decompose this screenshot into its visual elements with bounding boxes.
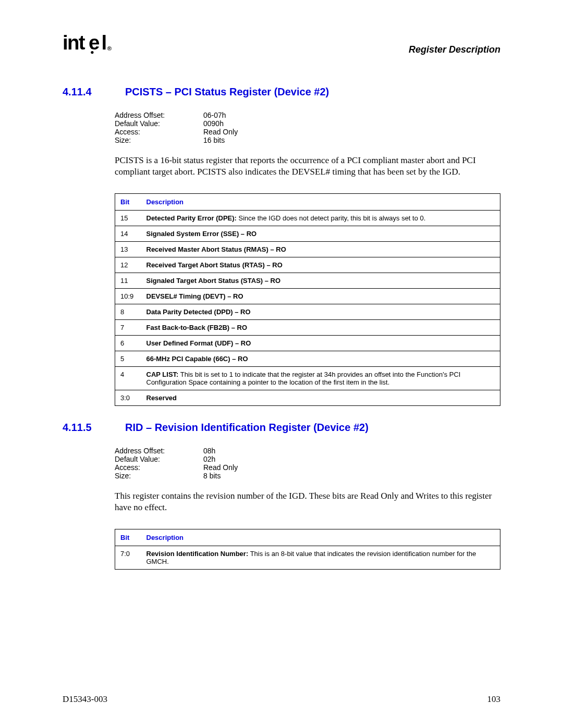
- kv-label: Access:: [115, 128, 203, 136]
- desc-cell: DEVSEL# Timing (DEVT) – RO: [141, 289, 500, 304]
- kv-value: 02h: [203, 455, 215, 463]
- intel-logo-icon: int e l ®: [63, 32, 122, 54]
- bit-cell: 13: [115, 242, 141, 257]
- desc-bold: CAP LIST:: [146, 371, 179, 378]
- bit-cell: 7:0: [115, 546, 141, 570]
- kv-label: Default Value:: [115, 455, 203, 463]
- bit-cell: 15: [115, 211, 141, 226]
- kv-value: 8 bits: [203, 472, 221, 480]
- table-row: 7:0Revision Identification Number: This …: [115, 546, 500, 570]
- desc-cell: User Defined Format (UDF) – RO: [141, 336, 500, 351]
- desc-bold: Fast Back-to-Back (FB2B) – RO: [146, 324, 248, 331]
- table-row: 7Fast Back-to-Back (FB2B) – RO: [115, 320, 500, 336]
- body-text: PCISTS is a 16-bit status register that …: [115, 155, 500, 178]
- desc-bold: Signaled Target Abort Status (STAS) – RO: [146, 277, 281, 285]
- footer: D15343-003 103: [63, 694, 500, 705]
- desc-rest: This bit is set to 1 to indicate that th…: [146, 371, 461, 386]
- table-row: 10:9DEVSEL# Timing (DEVT) – RO: [115, 289, 500, 304]
- desc-cell: Data Parity Detected (DPD) – RO: [141, 304, 500, 320]
- kv-row: Size:8 bits: [115, 472, 500, 480]
- kv-row: Default Value:0090h: [115, 119, 500, 128]
- bit-cell: 4: [115, 367, 141, 390]
- bit-table: BitDescription7:0Revision Identification…: [115, 529, 500, 570]
- section-title: RID – Revision Identification Register (…: [125, 422, 369, 434]
- desc-bold: Received Target Abort Status (RTAS) – RO: [146, 261, 283, 269]
- desc-cell: Signaled System Error (SSE) – RO: [141, 226, 500, 242]
- kv-value: Read Only: [203, 463, 238, 472]
- kv-label: Access:: [115, 463, 203, 472]
- bit-cell: 11: [115, 273, 141, 289]
- table-header-bit: Bit: [115, 194, 141, 211]
- kv-row: Access:Read Only: [115, 463, 500, 472]
- desc-bold: Received Master Abort Status (RMAS) – RO: [146, 245, 286, 253]
- table-header-desc: Description: [141, 529, 500, 546]
- kv-row: Address Offset:06-07h: [115, 111, 500, 119]
- kv-value: 0090h: [203, 119, 224, 128]
- svg-point-3: [91, 51, 93, 54]
- section-number: 4.11.4: [63, 86, 104, 98]
- body-text: This register contains the revision numb…: [115, 490, 500, 513]
- kv-label: Size:: [115, 136, 203, 144]
- desc-cell: Detected Parity Error (DPE): Since the I…: [141, 211, 500, 226]
- desc-cell: CAP LIST: This bit is set to 1 to indica…: [141, 367, 500, 390]
- desc-bold: Data Parity Detected (DPD) – RO: [146, 308, 251, 316]
- desc-cell: Signaled Target Abort Status (STAS) – RO: [141, 273, 500, 289]
- table-row: 566-MHz PCI Capable (66C) – RO: [115, 351, 500, 367]
- section-heading: 4.11.5RID – Revision Identification Regi…: [63, 422, 500, 434]
- header: int e l ® Register Description: [63, 31, 500, 60]
- kv-row: Default Value:02h: [115, 455, 500, 463]
- bit-cell: 8: [115, 304, 141, 320]
- svg-text:l: l: [101, 32, 106, 54]
- desc-bold: Revision Identification Number:: [146, 550, 249, 558]
- bit-cell: 14: [115, 226, 141, 242]
- bit-cell: 5: [115, 351, 141, 367]
- register-info: Address Offset:08hDefault Value:02hAcces…: [115, 447, 500, 480]
- bit-cell: 10:9: [115, 289, 141, 304]
- desc-cell: 66-MHz PCI Capable (66C) – RO: [141, 351, 500, 367]
- desc-bold: User Defined Format (UDF) – RO: [146, 339, 251, 347]
- desc-cell: Fast Back-to-Back (FB2B) – RO: [141, 320, 500, 336]
- kv-row: Access:Read Only: [115, 128, 500, 136]
- section-number: 4.11.5: [63, 422, 104, 434]
- doc-number: D15343-003: [63, 694, 107, 705]
- bit-cell: 6: [115, 336, 141, 351]
- table-row: 12Received Target Abort Status (RTAS) – …: [115, 257, 500, 273]
- desc-cell: Revision Identification Number: This is …: [141, 546, 500, 570]
- kv-value: 06-07h: [203, 111, 226, 119]
- table-row: 13Received Master Abort Status (RMAS) – …: [115, 242, 500, 257]
- desc-bold: Signaled System Error (SSE) – RO: [146, 230, 257, 238]
- desc-cell: Reserved: [141, 390, 500, 406]
- desc-bold: Detected Parity Error (DPE):: [146, 214, 237, 222]
- kv-value: Read Only: [203, 128, 238, 136]
- bit-cell: 7: [115, 320, 141, 336]
- table-row: 11Signaled Target Abort Status (STAS) – …: [115, 273, 500, 289]
- table-row: 6User Defined Format (UDF) – RO: [115, 336, 500, 351]
- table-header-desc: Description: [141, 194, 500, 211]
- table-header-bit: Bit: [115, 529, 141, 546]
- page-number: 103: [487, 694, 501, 705]
- kv-label: Default Value:: [115, 119, 203, 128]
- kv-label: Address Offset:: [115, 111, 203, 119]
- section-4.11.5: 4.11.5RID – Revision Identification Regi…: [63, 422, 500, 570]
- kv-value: 16 bits: [203, 136, 225, 144]
- desc-bold: Reserved: [146, 394, 177, 402]
- desc-rest: Since the IGD does not detect parity, th…: [237, 214, 426, 222]
- section-heading: 4.11.4PCISTS – PCI Status Register (Devi…: [63, 86, 500, 98]
- svg-text:®: ®: [107, 45, 112, 52]
- kv-label: Size:: [115, 472, 203, 480]
- bit-table: BitDescription15Detected Parity Error (D…: [115, 193, 500, 406]
- section-4.11.4: 4.11.4PCISTS – PCI Status Register (Devi…: [63, 86, 500, 406]
- desc-bold: DEVSEL# Timing (DEVT) – RO: [146, 292, 243, 300]
- page-title: Register Description: [409, 44, 500, 55]
- table-row: 15Detected Parity Error (DPE): Since the…: [115, 211, 500, 226]
- kv-row: Address Offset:08h: [115, 447, 500, 455]
- bit-cell: 12: [115, 257, 141, 273]
- desc-cell: Received Master Abort Status (RMAS) – RO: [141, 242, 500, 257]
- bit-cell: 3:0: [115, 390, 141, 406]
- kv-value: 08h: [203, 447, 215, 455]
- register-info: Address Offset:06-07hDefault Value:0090h…: [115, 111, 500, 144]
- svg-text:e: e: [89, 32, 100, 54]
- kv-label: Address Offset:: [115, 447, 203, 455]
- table-row: 3:0Reserved: [115, 390, 500, 406]
- table-row: 14Signaled System Error (SSE) – RO: [115, 226, 500, 242]
